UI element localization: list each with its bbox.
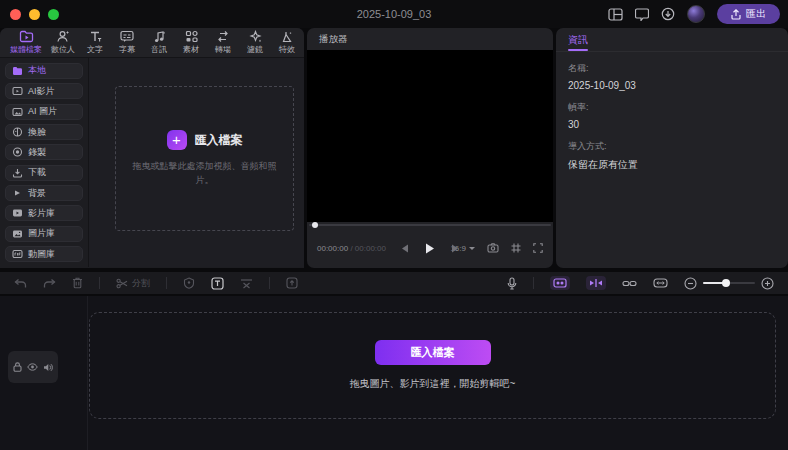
add-text-icon[interactable] — [211, 277, 224, 290]
auto-ripple-icon[interactable] — [550, 276, 570, 290]
zoom-out-icon[interactable] — [684, 277, 697, 290]
delete-icon[interactable] — [72, 277, 83, 289]
info-field-label: 名稱: — [568, 62, 776, 75]
video-library-icon — [12, 208, 23, 218]
media-panel: 媒體檔案 數位人 文字 字幕 音訊 素材 — [0, 28, 304, 268]
export-button-label: 匯出 — [746, 7, 766, 21]
zoom-slider[interactable] — [703, 282, 755, 284]
play-icon[interactable] — [425, 243, 435, 254]
tab-label: 文字 — [87, 44, 103, 55]
sidebar-item-local[interactable]: 本地 — [5, 63, 83, 79]
sidebar-item-ai-image[interactable]: AI 圖片 — [5, 104, 83, 120]
tab-label: 字幕 — [119, 44, 135, 55]
sidebar-item-face-swap[interactable]: 換臉 — [5, 124, 83, 140]
background-icon — [12, 188, 23, 198]
keyframe-marker-icon[interactable] — [183, 277, 195, 289]
redo-icon[interactable] — [43, 278, 56, 289]
split-button[interactable]: 分割 — [116, 277, 150, 290]
timeline-import-dropzone[interactable]: 匯入檔案 拖曳圖片、影片到這裡，開始剪輯吧~ — [89, 312, 776, 419]
sidebar-item-label: AI影片 — [28, 85, 55, 98]
link-clips-icon[interactable] — [622, 279, 637, 288]
fullscreen-icon[interactable] — [533, 243, 543, 253]
face-swap-icon — [12, 127, 23, 137]
sidebar-item-video-library[interactable]: 影片庫 — [5, 205, 83, 221]
hide-track-icon[interactable] — [27, 363, 38, 371]
undo-icon[interactable] — [14, 278, 27, 289]
tab-label: 特效 — [279, 44, 295, 55]
tab-media-files[interactable]: 媒體檔案 — [6, 29, 46, 56]
info-panel: 資訊 名稱: 2025-10-09_03 幀率: 30 導入方式: 保留在原有位… — [556, 28, 788, 268]
zoom-window-button[interactable] — [48, 9, 59, 20]
import-files-title: 匯入檔案 — [195, 132, 243, 149]
track-header-column — [0, 296, 88, 450]
magnetic-snap-icon[interactable] — [586, 276, 606, 290]
sidebar-item-label: 背景 — [28, 187, 46, 200]
user-avatar[interactable] — [687, 5, 705, 23]
import-hint-text: 拖曳或點擊此處添加視頻、音頻和照片。 — [130, 160, 280, 187]
media-import-dropzone[interactable]: + 匯入檔案 拖曳或點擊此處添加視頻、音頻和照片。 — [115, 86, 294, 231]
tab-label: 轉場 — [215, 44, 231, 55]
player-title: 播放器 — [307, 28, 553, 50]
zoom-in-icon[interactable] — [761, 277, 774, 290]
tab-filters[interactable]: 濾鏡 — [240, 29, 270, 56]
sidebar-item-label: 錄製 — [28, 146, 46, 159]
player-controls: 00:00:00 / 00:00:00 16:9 — [307, 228, 553, 268]
minimize-window-button[interactable] — [29, 9, 40, 20]
sidebar-item-download[interactable]: 下載 — [5, 165, 83, 181]
tab-label: 濾鏡 — [247, 44, 263, 55]
snapshot-icon[interactable] — [487, 243, 499, 253]
image-library-icon — [12, 229, 23, 239]
tab-transitions[interactable]: 轉場 — [208, 29, 238, 56]
upload-clip-icon[interactable] — [286, 277, 298, 289]
layout-panels-icon[interactable] — [608, 8, 623, 21]
video-preview — [307, 50, 553, 222]
ai-video-icon — [12, 86, 23, 96]
folder-icon — [12, 66, 23, 76]
silence-detect-icon[interactable] — [240, 278, 253, 289]
player-panel: 播放器 00:00:00 / 00:00:00 16:9 — [307, 28, 553, 268]
sidebar-item-label: 本地 — [28, 64, 46, 77]
fit-timeline-icon[interactable] — [653, 278, 668, 288]
timeline-import-button[interactable]: 匯入檔案 — [375, 340, 491, 365]
grid-crop-icon[interactable] — [511, 243, 521, 253]
sidebar-item-record[interactable]: 錄製 — [5, 144, 83, 160]
total-time: 00:00:00 — [355, 244, 386, 253]
mute-track-icon[interactable] — [43, 363, 53, 372]
export-button[interactable]: 匯出 — [717, 4, 780, 24]
download-status-icon[interactable] — [661, 7, 675, 21]
tab-info[interactable]: 資訊 — [568, 33, 588, 51]
subtitles-icon — [120, 30, 134, 43]
titlebar: 2025-10-09_03 匯出 — [0, 0, 788, 28]
download-icon — [12, 168, 23, 178]
sidebar-item-label: 圖片庫 — [28, 227, 55, 240]
next-frame-icon[interactable] — [451, 244, 459, 253]
zoom-slider-thumb[interactable] — [722, 279, 730, 287]
tab-text[interactable]: 文字 — [80, 29, 110, 56]
sidebar-item-ai-video[interactable]: AI影片 — [5, 83, 83, 99]
lock-track-icon[interactable] — [13, 362, 22, 372]
timeline-zoom-control — [678, 277, 774, 290]
tab-subtitles[interactable]: 字幕 — [112, 29, 142, 56]
close-window-button[interactable] — [10, 9, 21, 20]
tab-audio[interactable]: 音訊 — [144, 29, 174, 56]
split-label: 分割 — [132, 277, 150, 290]
sidebar-item-gif-library[interactable]: 動圖庫 — [5, 246, 83, 262]
previous-frame-icon[interactable] — [401, 244, 409, 253]
ai-image-icon — [12, 107, 23, 117]
info-field-value: 2025-10-09_03 — [568, 80, 776, 91]
info-field-label: 導入方式: — [568, 140, 776, 153]
filters-icon — [249, 30, 262, 43]
sidebar-item-label: 下載 — [28, 166, 46, 179]
tab-elements[interactable]: 素材 — [176, 29, 206, 56]
chevron-down-icon — [469, 247, 475, 250]
voiceover-mic-icon[interactable] — [507, 277, 517, 290]
gif-library-icon — [12, 249, 23, 259]
tab-digital-human[interactable]: 數位人 — [48, 29, 78, 56]
feedback-icon[interactable] — [635, 8, 649, 21]
tab-effects[interactable]: 特效 — [272, 29, 302, 56]
elements-icon — [185, 30, 198, 43]
sidebar-item-background[interactable]: 背景 — [5, 185, 83, 201]
sidebar-item-image-library[interactable]: 圖片庫 — [5, 226, 83, 242]
tab-label: 數位人 — [51, 44, 75, 55]
plus-icon: + — [167, 130, 187, 150]
